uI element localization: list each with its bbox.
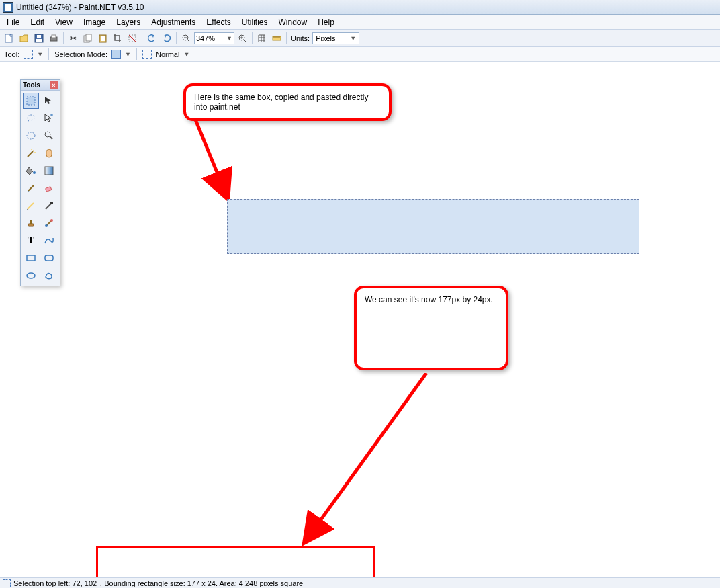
menu-effects[interactable]: Effects (201, 16, 236, 28)
paste-icon[interactable] (96, 32, 109, 45)
rectangle-select-tool[interactable] (23, 93, 39, 109)
svg-point-26 (45, 132, 50, 137)
move-pixels-tool[interactable] (41, 110, 57, 126)
gradient-tool[interactable] (41, 163, 57, 179)
svg-rect-2 (36, 39, 42, 42)
clone-stamp-tool[interactable] (23, 215, 39, 231)
pasted-selection[interactable] (227, 199, 639, 254)
svg-line-11 (129, 35, 136, 42)
window-title: Untitled (347%) - Paint.NET v3.5.10 (16, 3, 144, 12)
svg-point-21 (28, 115, 34, 120)
selmode-replace-icon[interactable] (111, 50, 121, 59)
menu-image[interactable]: Image (78, 16, 111, 28)
color-picker-tool[interactable] (41, 198, 57, 214)
svg-point-32 (33, 171, 36, 174)
copy-icon[interactable] (81, 32, 95, 45)
svg-point-43 (50, 219, 53, 222)
new-icon[interactable] (3, 32, 16, 45)
tools-palette[interactable]: Tools × T (20, 79, 60, 286)
zoom-in-icon[interactable] (236, 32, 249, 45)
freeform-shape-tool[interactable] (41, 267, 57, 284)
svg-rect-44 (27, 255, 35, 261)
tools-palette-header[interactable]: Tools × (21, 80, 60, 91)
units-label: Units: (289, 34, 311, 42)
units-value: Pixels (316, 34, 335, 42)
save-icon[interactable] (32, 32, 46, 45)
cut-icon[interactable]: ✂ (66, 32, 80, 45)
pencil-tool[interactable] (23, 198, 39, 214)
tool-label: Tool: (4, 50, 19, 58)
svg-rect-3 (37, 35, 41, 38)
ellipse-select-tool[interactable] (23, 128, 39, 144)
text-tool[interactable]: T (23, 233, 39, 249)
separator (252, 32, 253, 44)
rect-select-icon[interactable] (24, 50, 33, 59)
selection-icon (3, 579, 11, 587)
svg-line-34 (28, 185, 34, 191)
toolbar: ✂ 347%▼ Units: Pixels▼ (0, 30, 720, 47)
magic-wand-tool[interactable] (23, 145, 39, 161)
move-selection-tool[interactable] (41, 93, 57, 109)
svg-point-42 (45, 224, 48, 227)
open-icon[interactable] (17, 32, 31, 45)
svg-line-18 (244, 40, 246, 42)
svg-point-46 (27, 273, 35, 278)
close-icon[interactable]: × (50, 81, 58, 89)
svg-rect-45 (45, 255, 53, 261)
units-field[interactable]: Pixels▼ (312, 32, 359, 44)
selection-mode-label: Selection Mode: (54, 50, 107, 58)
annotation-text: We can see it's now 177px by 24px. (365, 295, 493, 304)
grid-icon[interactable] (255, 32, 269, 45)
annotation-callout-top: Here is the same box, copied and pasted … (183, 83, 392, 121)
rectangle-shape-tool[interactable] (23, 250, 39, 266)
normal-label: Normal (156, 50, 179, 58)
menu-utilities[interactable]: Utilities (236, 16, 273, 28)
zoom-out-icon[interactable] (179, 32, 193, 45)
chevron-down-icon: ▼ (350, 35, 356, 42)
menu-adjustments[interactable]: Adjustments (146, 16, 201, 28)
deselect-icon[interactable] (126, 32, 139, 45)
svg-rect-35 (46, 187, 52, 192)
separator (136, 48, 137, 60)
menu-edit[interactable]: Edit (25, 16, 50, 28)
paintbrush-tool[interactable] (23, 180, 39, 196)
chevron-down-icon: ▼ (226, 35, 232, 42)
crop-icon[interactable] (111, 32, 124, 45)
rounded-rect-tool[interactable] (41, 250, 57, 266)
ruler-icon[interactable] (270, 32, 283, 45)
titlebar: Untitled (347%) - Paint.NET v3.5.10 (0, 0, 720, 15)
constraint-icon[interactable] (142, 50, 152, 59)
lasso-select-tool[interactable] (23, 110, 39, 126)
separator (48, 48, 49, 60)
chevron-down-icon[interactable]: ▼ (37, 51, 43, 58)
svg-point-29 (33, 150, 34, 151)
menu-window[interactable]: Window (273, 16, 313, 28)
menu-file[interactable]: File (1, 16, 25, 28)
svg-point-25 (27, 132, 35, 139)
redo-icon[interactable] (160, 32, 173, 45)
svg-rect-38 (50, 202, 53, 204)
zoom-field[interactable]: 347%▼ (194, 32, 234, 44)
eraser-tool[interactable] (41, 180, 57, 196)
menu-help[interactable]: Help (312, 16, 340, 28)
zoom-tool[interactable] (41, 128, 57, 144)
menu-layers[interactable]: Layers (111, 16, 146, 28)
chevron-down-icon[interactable]: ▼ (125, 51, 131, 58)
svg-rect-40 (30, 220, 32, 224)
recolor-tool[interactable] (41, 215, 57, 231)
menu-view[interactable]: View (50, 16, 78, 28)
paint-bucket-tool[interactable] (23, 163, 39, 179)
annotation-text: Here is the same box, copied and pasted … (194, 93, 368, 112)
print-icon[interactable] (47, 32, 60, 45)
svg-rect-20 (27, 97, 35, 105)
chevron-down-icon[interactable]: ▼ (183, 51, 189, 58)
status-selection-topleft: Selection top left: 72, 102 (13, 579, 97, 587)
undo-icon[interactable] (145, 32, 159, 45)
svg-line-22 (28, 120, 29, 122)
pan-tool[interactable] (41, 145, 57, 161)
separator (142, 32, 142, 44)
line-tool[interactable] (41, 233, 57, 249)
status-bar: Selection top left: 72, 102 . Bounding r… (0, 577, 720, 588)
ellipse-shape-tool[interactable] (23, 267, 39, 284)
separator (176, 32, 177, 44)
